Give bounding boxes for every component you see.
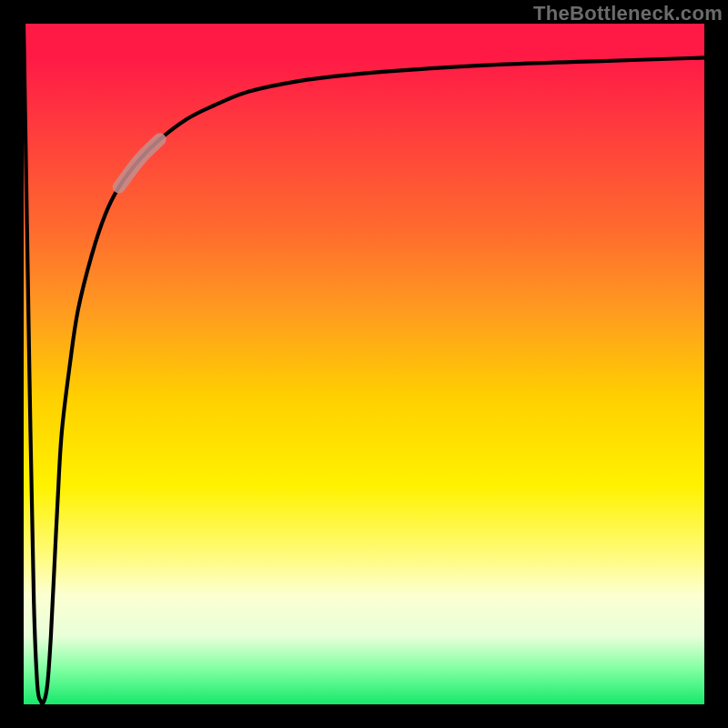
bottleneck-curve xyxy=(24,24,704,704)
chart-frame: TheBottleneck.com xyxy=(0,0,728,728)
plot-area xyxy=(24,24,704,704)
attribution-text: TheBottleneck.com xyxy=(533,2,723,25)
